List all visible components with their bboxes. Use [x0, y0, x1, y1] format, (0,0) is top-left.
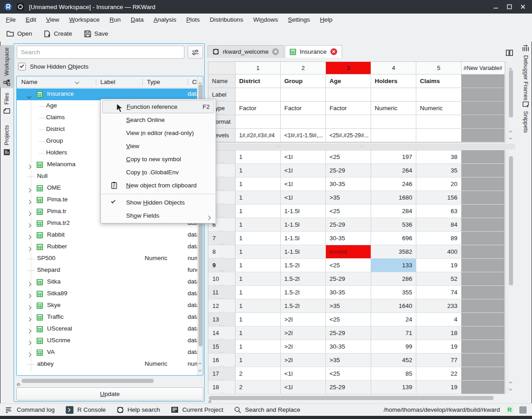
- meta-cell[interactable]: [416, 129, 461, 142]
- statusbar-search-and-replace[interactable]: Search and Replace: [234, 406, 300, 414]
- row-header-12[interactable]: 12···: [208, 299, 235, 313]
- data-cell-new-variable[interactable]: [461, 286, 505, 299]
- menu-file[interactable]: File: [1, 14, 21, 25]
- data-cell[interactable]: 133: [371, 259, 416, 272]
- data-cell[interactable]: 1-1.5l: [281, 232, 326, 245]
- tree-item-skye[interactable]: Skyedata.frame: [17, 300, 197, 312]
- menu-analysis[interactable]: Analysis: [149, 14, 181, 25]
- data-cell[interactable]: <25: [326, 367, 371, 381]
- data-cell[interactable]: 1: [235, 177, 281, 191]
- tab-close-icon[interactable]: ✕: [330, 48, 337, 55]
- tree-horizontal-scrollbar[interactable]: [16, 378, 203, 384]
- data-cell[interactable]: 25-29: [326, 381, 371, 394]
- data-cell[interactable]: 1-1.5l: [281, 205, 326, 218]
- row-header-7[interactable]: 7···: [208, 232, 235, 245]
- meta-cell-new-variable[interactable]: [461, 129, 505, 142]
- data-cell[interactable]: 1-1.5l: [281, 218, 326, 232]
- column-header-4[interactable]: 4: [371, 62, 416, 74]
- meta-cell[interactable]: [416, 115, 461, 129]
- data-cell[interactable]: 25-29: [326, 164, 371, 177]
- expander-closed-icon[interactable]: [28, 327, 31, 334]
- create-button[interactable]: Create: [44, 30, 72, 37]
- context-menu-item-show-hidden-objects[interactable]: Show Hidden Objects: [101, 196, 216, 209]
- sidebar-tab-projects[interactable]: Projects: [0, 121, 13, 160]
- data-cell[interactable]: 400: [416, 245, 461, 259]
- expander-closed-icon[interactable]: [28, 233, 31, 240]
- data-cell[interactable]: 19: [416, 340, 461, 354]
- data-cell[interactable]: 1: [235, 191, 281, 205]
- meta-cell[interactable]: Numeric: [416, 102, 461, 115]
- expander-closed-icon[interactable]: [28, 280, 31, 287]
- data-cell[interactable]: 1.5-2l: [281, 286, 326, 299]
- data-cell[interactable]: 22: [416, 367, 461, 381]
- data-cell[interactable]: 1: [235, 164, 281, 177]
- tree-item-sitka[interactable]: Sitkadata.frame: [17, 276, 197, 288]
- menu-workspace[interactable]: Workspace: [64, 14, 104, 25]
- data-cell[interactable]: 156: [416, 191, 461, 205]
- data-cell[interactable]: 19: [416, 381, 461, 394]
- tree-item-sp500[interactable]: SP500Numericnumeric: [17, 253, 197, 265]
- expander-closed-icon[interactable]: [28, 351, 31, 358]
- data-cell[interactable]: 1: [235, 205, 281, 218]
- data-cell[interactable]: 286: [371, 272, 416, 286]
- meta-cell[interactable]: <1l#,#1-1.5l#,...: [281, 129, 326, 142]
- meta-cell[interactable]: Factor: [326, 102, 371, 115]
- data-cell[interactable]: 30-35: [326, 232, 371, 245]
- tree-header-class[interactable]: Class: [188, 76, 197, 88]
- data-cell[interactable]: 84: [416, 218, 461, 232]
- show-hidden-objects-checkbox[interactable]: Show Hidden Objects: [18, 63, 89, 70]
- data-cell[interactable]: 18: [416, 326, 461, 340]
- data-cell[interactable]: >2l: [281, 340, 326, 354]
- expander-closed-icon[interactable]: [28, 210, 31, 217]
- data-cell-new-variable[interactable]: [461, 177, 505, 191]
- data-cell[interactable]: 25-29: [326, 326, 371, 340]
- data-cell[interactable]: <25: [326, 205, 371, 218]
- data-cell[interactable]: 19: [416, 259, 461, 272]
- data-cell[interactable]: 1640: [371, 299, 416, 313]
- row-header-17[interactable]: 17···: [208, 367, 235, 381]
- data-cell[interactable]: <1l: [281, 150, 326, 164]
- data-cell[interactable]: 1: [235, 286, 281, 299]
- sidebar-tab-snippets[interactable]: Snippets: [519, 98, 532, 135]
- data-cell[interactable]: 1: [235, 245, 281, 259]
- tab-close-icon[interactable]: ✕: [272, 48, 279, 55]
- checkbox-box[interactable]: [18, 63, 26, 70]
- expander-closed-icon[interactable]: [28, 245, 31, 252]
- data-cell[interactable]: 1: [235, 326, 281, 340]
- expander-closed-icon[interactable]: [28, 163, 31, 170]
- filter-options-button[interactable]: [188, 46, 203, 59]
- meta-cell[interactable]: [326, 88, 371, 102]
- menu-windows[interactable]: Windows: [248, 14, 283, 25]
- data-cell[interactable]: 1: [235, 259, 281, 272]
- meta-cell-new-variable[interactable]: [461, 115, 505, 129]
- minimize-button[interactable]: [491, 2, 500, 11]
- menu-view[interactable]: View: [41, 14, 64, 25]
- data-cell[interactable]: 3582: [371, 245, 416, 259]
- data-cell[interactable]: invalid: [326, 245, 371, 259]
- expander-closed-icon[interactable]: [28, 186, 31, 193]
- meta-cell[interactable]: [326, 115, 371, 129]
- row-header-18[interactable]: 18···: [208, 381, 235, 394]
- menu-settings[interactable]: Settings: [283, 14, 315, 25]
- data-cell[interactable]: 1: [235, 340, 281, 354]
- row-header-13[interactable]: 13···: [208, 313, 235, 326]
- save-button[interactable]: Save: [84, 30, 108, 37]
- data-cell[interactable]: >2l: [281, 326, 326, 340]
- data-cell[interactable]: 1-1.5l: [281, 245, 326, 259]
- meta-cell[interactable]: [371, 129, 416, 142]
- tree-item-shepard[interactable]: Shepardfunction: [17, 265, 197, 276]
- data-cell-new-variable[interactable]: [461, 340, 505, 354]
- statusbar-command-log[interactable]: Command log: [5, 406, 55, 413]
- context-menu-item-new-object-from-clipboard[interactable]: New object from clipboard: [101, 179, 216, 192]
- data-cell[interactable]: 63: [416, 205, 461, 218]
- menu-help[interactable]: Help: [315, 14, 338, 25]
- search-input[interactable]: [17, 46, 184, 59]
- expander-closed-icon[interactable]: [28, 292, 31, 299]
- data-cell[interactable]: 30-35: [326, 286, 371, 299]
- data-cell[interactable]: 1: [235, 354, 281, 367]
- meta-cell-new-variable[interactable]: [461, 88, 505, 102]
- tree-header-type[interactable]: Type: [142, 76, 188, 88]
- data-cell[interactable]: 1: [235, 218, 281, 232]
- data-cell[interactable]: <1l: [281, 164, 326, 177]
- data-cell[interactable]: 52: [416, 272, 461, 286]
